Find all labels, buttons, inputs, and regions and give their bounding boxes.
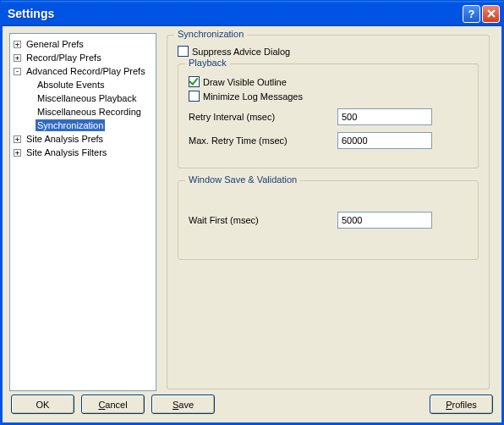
expand-icon[interactable]: + [14, 54, 21, 62]
draw-outline-label: Draw Visible Outline [203, 77, 287, 87]
tree-label: Miscellaneous Playback [36, 92, 138, 104]
close-button[interactable] [482, 5, 500, 23]
synchronization-group: Synchronization Suppress Advice Dialog P… [167, 35, 490, 389]
tree-item-synchronization[interactable]: Synchronization [12, 119, 154, 132]
retry-interval-row: Retry Interval (msec) [189, 108, 468, 125]
spacer [222, 395, 423, 414]
tree-item-site-analysis-prefs[interactable]: + Site Analysis Prefs [12, 132, 154, 146]
suppress-advice-checkbox[interactable] [178, 46, 189, 57]
tree-label: Site Analysis Prefs [25, 133, 105, 145]
group-legend: Synchronization [174, 29, 247, 39]
wait-first-row: Wait First (msec) [189, 212, 468, 229]
dialog-button-row: OK Cancel Save Profiles [9, 391, 495, 416]
tree-label: Record/Play Prefs [25, 52, 103, 63]
tree-item-misc-recording[interactable]: Miscellaneous Recording [12, 105, 154, 119]
group-legend: Playback [185, 58, 230, 68]
expand-icon[interactable]: + [14, 149, 21, 157]
expand-icon[interactable]: + [14, 135, 21, 143]
settings-panel: Synchronization Suppress Advice Dialog P… [162, 33, 495, 391]
close-icon [487, 9, 496, 18]
help-button[interactable]: ? [463, 5, 480, 23]
tree-item-general-prefs[interactable]: + General Prefs [12, 37, 154, 51]
max-retry-row: Max. Retry Time (msec) [189, 132, 468, 149]
wait-first-label: Wait First (msec) [189, 215, 337, 225]
save-button[interactable]: Save [151, 395, 215, 414]
profiles-button[interactable]: Profiles [430, 395, 493, 414]
tree-label: Absolute Events [36, 79, 107, 91]
tree-label: General Prefs [25, 38, 85, 50]
retry-interval-input[interactable] [337, 108, 432, 125]
minimize-log-label: Minimize Log Messages [203, 91, 303, 102]
collapse-icon[interactable]: - [14, 68, 21, 75]
tree-label: Miscellaneous Recording [36, 106, 143, 118]
tree-item-advanced-record-play-prefs[interactable]: - Advanced Record/Play Prefs [12, 64, 154, 78]
tree-label: Advanced Record/Play Prefs [25, 65, 147, 77]
wait-first-input[interactable] [337, 212, 432, 229]
main-row: + General Prefs + Record/Play Prefs - Ad… [9, 33, 495, 391]
titlebar: Settings ? [1, 1, 503, 26]
minimize-log-row[interactable]: Minimize Log Messages [189, 91, 468, 102]
tree-label: Site Analysis Filters [25, 146, 108, 158]
max-retry-input[interactable] [337, 132, 432, 149]
suppress-advice-row[interactable]: Suppress Advice Dialog [178, 46, 479, 57]
ok-button[interactable]: OK [11, 395, 74, 414]
tree-item-misc-playback[interactable]: Miscellaneous Playback [12, 91, 154, 105]
expand-icon[interactable]: + [14, 41, 21, 48]
tree-label: Synchronization [36, 119, 105, 131]
window-title: Settings [8, 7, 461, 20]
retry-interval-label: Retry Interval (msec) [189, 112, 337, 122]
tree-item-site-analysis-filters[interactable]: + Site Analysis Filters [12, 146, 154, 159]
minimize-log-checkbox[interactable] [189, 91, 200, 102]
playback-group: Playback Draw Visible Outline Minimize L… [178, 63, 479, 168]
tree-item-record-play-prefs[interactable]: + Record/Play Prefs [12, 51, 154, 64]
tree-item-absolute-events[interactable]: Absolute Events [12, 78, 154, 91]
draw-outline-checkbox[interactable] [189, 76, 200, 87]
suppress-advice-label: Suppress Advice Dialog [192, 47, 290, 57]
cancel-button[interactable]: Cancel [81, 395, 145, 414]
max-retry-label: Max. Retry Time (msec) [189, 135, 337, 146]
group-legend: Window Save & Validation [185, 174, 300, 185]
draw-outline-row[interactable]: Draw Visible Outline [189, 76, 468, 87]
settings-tree[interactable]: + General Prefs + Record/Play Prefs - Ad… [9, 33, 156, 391]
validation-group: Window Save & Validation Wait First (mse… [178, 180, 479, 260]
client-area: + General Prefs + Record/Play Prefs - Ad… [1, 26, 503, 424]
settings-window: Settings ? + General Prefs + Record/Play… [0, 0, 504, 425]
